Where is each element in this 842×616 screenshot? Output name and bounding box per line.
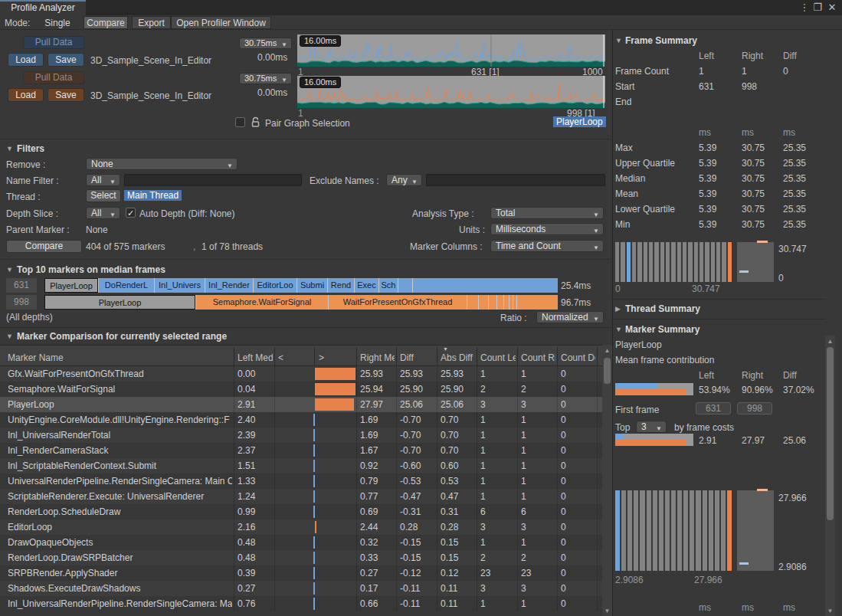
summary-scrollbar-thumb[interactable] — [827, 347, 834, 520]
table-row[interactable]: Inl_ScriptableRenderContext.Submit1.510.… — [0, 458, 602, 473]
top10-frame-number-left[interactable]: 631 — [6, 278, 37, 293]
exclude-mode-dropdown[interactable]: Any▼ — [386, 174, 422, 186]
top10-segment[interactable]: Submi — [297, 278, 327, 293]
top10-segment[interactable] — [509, 295, 513, 310]
top10-segment[interactable] — [504, 295, 509, 310]
column-header[interactable]: Diff — [400, 352, 435, 363]
table-row[interactable]: Inl_UniversalRenderTotal2.391.69-0.700.7… — [0, 428, 602, 443]
top10-segment[interactable]: Sch — [379, 278, 398, 293]
load-button-right[interactable]: Load — [8, 88, 44, 102]
top10-segment[interactable]: DoRenderL — [99, 278, 154, 293]
top10-segment[interactable]: EditorLoo — [254, 278, 297, 293]
top10-segment[interactable] — [467, 295, 478, 310]
column-divider[interactable] — [314, 347, 315, 365]
table-row[interactable]: EditorLoop2.162.440.280.28330 — [0, 519, 602, 535]
column-header[interactable]: Left Median — [238, 352, 273, 363]
column-divider[interactable] — [274, 347, 275, 365]
comparison-foldout-icon[interactable]: ▼ — [6, 333, 13, 340]
table-row[interactable]: Inl_RenderCameraStack2.371.67-0.700.7011… — [0, 443, 602, 458]
table-row[interactable]: UniversalRenderPipeline.RenderSingleCame… — [0, 473, 602, 489]
table-row[interactable]: Inl_UniversalRenderPipeline.RenderSingle… — [0, 596, 602, 611]
open-profiler-window-button[interactable]: Open Profiler Window — [171, 16, 271, 29]
mode-compare-button[interactable]: Compare — [84, 16, 128, 29]
first-frame-left-button[interactable]: 631 — [696, 402, 731, 414]
top10-segment[interactable] — [398, 278, 412, 293]
save-button-right[interactable]: Save — [48, 88, 84, 102]
table-row[interactable]: SRPBRender.ApplyShader0.390.27-0.120.122… — [0, 565, 602, 581]
table-row[interactable]: ScriptableRenderer.Execute: UniversalRen… — [0, 489, 602, 504]
pull-data-button-right[interactable]: Pull Data — [23, 71, 84, 84]
name-filter-input[interactable] — [124, 174, 302, 186]
top10-bar-left[interactable]: PlayerLoopDoRenderLInl_UniversInl_Render… — [44, 278, 558, 293]
compare-button[interactable]: Compare — [6, 240, 82, 253]
table-row[interactable]: PlayerLoop2.9127.9725.0625.06330 — [0, 397, 602, 412]
auto-depth-checkbox[interactable]: ✓ — [126, 208, 136, 218]
scroll-down-icon[interactable]: ▼ — [825, 608, 835, 614]
column-header[interactable]: Count Left — [480, 352, 516, 363]
top10-segment[interactable]: Inl_Render — [205, 278, 253, 293]
top-n-dropdown[interactable]: 3▼ — [636, 421, 667, 433]
top10-segment[interactable]: Semaphore.WaitForSignal — [196, 295, 328, 310]
range-dropdown-top[interactable]: 30.75ms▼ — [239, 38, 292, 49]
frame-time-graph-right[interactable]: 16.00ms — [297, 76, 605, 108]
lock-open-icon[interactable] — [251, 116, 261, 128]
frame-summary-histogram[interactable] — [615, 242, 732, 282]
thread-summary-foldout-icon[interactable]: ▶ — [615, 305, 621, 313]
column-divider[interactable] — [477, 347, 477, 365]
top10-frame-number-right[interactable]: 998 — [6, 295, 37, 310]
maximize-icon[interactable]: ❐ — [811, 2, 824, 14]
scroll-up-icon[interactable]: ▲ — [825, 338, 835, 345]
top10-segment[interactable]: Exec — [355, 278, 378, 293]
column-divider[interactable] — [234, 347, 234, 365]
column-header[interactable]: Count Right — [521, 352, 555, 363]
top10-segment[interactable]: Inl_Univers — [155, 278, 205, 293]
top10-foldout-icon[interactable]: ▼ — [6, 266, 13, 274]
column-divider[interactable] — [517, 347, 518, 365]
column-header[interactable]: < — [278, 352, 313, 363]
table-row[interactable]: Semaphore.WaitForSignal0.0425.9425.9025.… — [0, 382, 602, 397]
tab-profile-analyzer[interactable]: Profile Analyzer — [0, 0, 86, 15]
save-button-left[interactable]: Save — [48, 53, 84, 67]
mode-single-button[interactable]: Single — [34, 16, 81, 29]
table-row[interactable]: Gfx.WaitForPresentOnGfxThread0.0025.9325… — [0, 366, 602, 382]
top10-segment[interactable] — [517, 295, 558, 310]
graph-selection-marker-label[interactable]: PlayerLoop — [553, 116, 606, 127]
pair-graph-selection-checkbox[interactable] — [235, 117, 245, 127]
column-header[interactable]: Abs Diff — [441, 352, 475, 363]
frame-summary-foldout-icon[interactable]: ▼ — [615, 37, 622, 44]
filters-foldout-icon[interactable]: ▼ — [6, 145, 13, 152]
column-header[interactable]: Count Delta — [561, 352, 595, 363]
first-frame-right-button[interactable]: 998 — [737, 402, 772, 414]
name-filter-mode-dropdown[interactable]: All▼ — [86, 174, 120, 186]
column-divider[interactable] — [356, 347, 357, 365]
table-row[interactable]: RenderLoop.DrawSRPBatcher0.480.33-0.150.… — [0, 550, 602, 565]
top10-segment[interactable] — [413, 278, 558, 293]
table-row[interactable]: UnityEngine.CoreModule.dll!UnityEngine.R… — [0, 412, 602, 428]
thread-select-button[interactable]: Select — [86, 189, 121, 202]
top10-segment[interactable]: Rend — [328, 278, 354, 293]
load-button-left[interactable]: Load — [8, 53, 44, 67]
frame-time-graph-left[interactable]: 16.00ms — [297, 34, 605, 67]
column-divider[interactable] — [557, 347, 558, 365]
column-header[interactable]: Right Median — [360, 352, 395, 363]
summary-scrollbar[interactable]: ▲ ▼ — [825, 336, 835, 616]
export-button[interactable]: Export — [132, 16, 171, 29]
column-divider[interactable] — [396, 347, 397, 365]
range-dropdown-bottom[interactable]: 30.75ms▼ — [239, 73, 292, 84]
column-divider[interactable] — [437, 347, 437, 365]
marker-summary-histogram[interactable] — [615, 490, 732, 571]
column-divider[interactable] — [597, 347, 598, 365]
frame-summary-boxplot[interactable] — [737, 242, 774, 282]
depth-slice-dropdown[interactable]: All▼ — [86, 207, 120, 219]
table-scrollbar-thumb[interactable] — [604, 358, 611, 384]
ratio-dropdown[interactable]: Normalized▼ — [536, 311, 604, 323]
top10-segment[interactable] — [497, 295, 503, 310]
table-row[interactable]: RenderLoop.ScheduleDraw0.990.69-0.310.31… — [0, 504, 602, 519]
analysis-type-dropdown[interactable]: Total▼ — [490, 207, 604, 219]
exclude-names-input[interactable] — [426, 174, 605, 186]
top10-segment[interactable] — [479, 295, 488, 310]
top10-bar-right[interactable]: PlayerLoopSemaphore.WaitForSignalWaitFor… — [44, 295, 558, 310]
marker-summary-foldout-icon[interactable]: ▼ — [615, 326, 622, 333]
marker-columns-dropdown[interactable]: Time and Count▼ — [490, 240, 604, 252]
top10-segment[interactable] — [513, 295, 516, 310]
